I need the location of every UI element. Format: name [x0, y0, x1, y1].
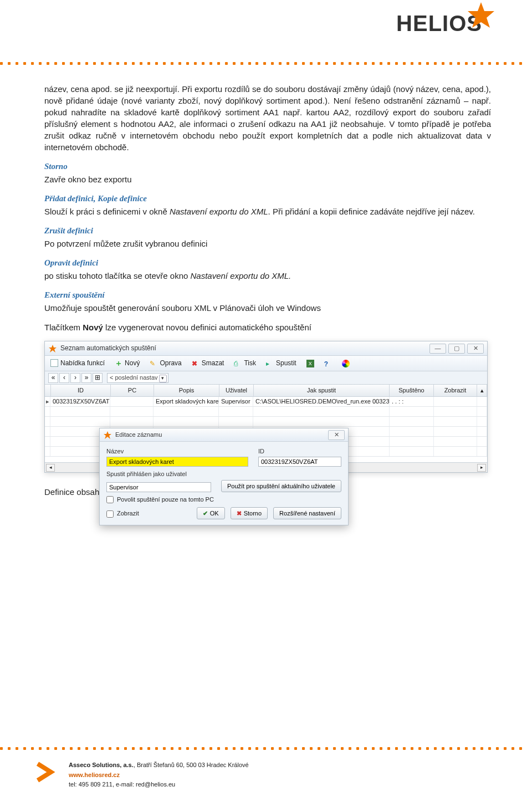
text-zrusit: Po potvrzení můžete zrušit vybranou defi… — [44, 238, 491, 249]
col-jak[interactable]: Jak spustit — [254, 385, 390, 396]
checkbox-povolit-pc[interactable]: Povolit spuštění pouze na tomto PC — [106, 495, 341, 504]
minimize-button[interactable]: — — [429, 344, 446, 354]
svg-marker-0 — [468, 2, 494, 28]
text-pridat: Slouží k práci s definicemi v okně Nasta… — [44, 206, 491, 217]
app-window-seznam: Seznam automatických spuštění — ▢ ✕ Nabí… — [44, 341, 488, 473]
window-titlebar[interactable]: Seznam automatických spuštění — ▢ ✕ — [45, 341, 487, 356]
btn-label: Storno — [244, 510, 262, 517]
main-toolbar: Nabídka funkcí ＋Nový ✎Oprava ✖Smazat ⎙Ti… — [45, 356, 487, 371]
col-spusteno[interactable]: Spuštěno — [390, 385, 434, 396]
text-italic: Nastavení exportu do XML. — [190, 271, 291, 280]
footer-text: Asseco Solutions, a.s., Bratří Štefanů 6… — [69, 760, 249, 790]
rozsirene-button[interactable]: Rozšířené nastavení — [273, 507, 341, 519]
text-opravit: po stisku tohoto tlačítka se otevře okno… — [44, 270, 491, 282]
dialog-controls: ✕ — [328, 430, 345, 440]
arrow-icon — [34, 760, 58, 784]
separator-dots-bottom — [0, 746, 532, 750]
cell-popis: Export skladových karet — [154, 397, 219, 406]
app-icon — [48, 344, 57, 353]
col-selector[interactable] — [45, 385, 51, 396]
col-popis[interactable]: Popis — [154, 385, 219, 396]
cell-uzivatel: Supervisor — [219, 397, 253, 406]
pencil-icon: ✎ — [150, 359, 157, 367]
cell-id: 0032319ZX50VZ6AT — [50, 397, 110, 406]
cell-zobrazit — [434, 397, 477, 406]
checkbox-input[interactable] — [106, 510, 114, 518]
page-footer: Asseco Solutions, a.s., Bratří Štefanů 6… — [0, 746, 532, 802]
ok-button[interactable]: ✔OK — [197, 507, 225, 519]
checkbox-input[interactable] — [106, 496, 114, 503]
dialog-body: Název ID Spustit přihlášen jako uživatel… — [100, 442, 348, 525]
cell-spusteno: . . : : — [390, 397, 434, 406]
col-pc[interactable]: PC — [111, 385, 154, 396]
input-spustit-jako[interactable] — [106, 482, 211, 492]
nav-prev-button[interactable]: ‹ — [59, 373, 69, 383]
footer-content: Asseco Solutions, a.s., Bratří Štefanů 6… — [0, 750, 532, 802]
excel-button[interactable]: X — [304, 359, 316, 369]
palette-button[interactable] — [340, 359, 352, 369]
heading-zrusit: Zrušit definici — [44, 225, 491, 237]
excel-icon: X — [306, 360, 314, 367]
footer-address: , Bratří Štefanů 60, 500 03 Hradec Králo… — [134, 762, 249, 768]
col-uzivatel[interactable]: Uživatel — [219, 385, 254, 396]
row-indicator: ▸ — [45, 397, 50, 406]
nav-first-button[interactable]: « — [48, 373, 58, 383]
chevron-down-icon: ▾ — [159, 375, 167, 382]
filter-combo[interactable]: < poslední nastav ▾ — [107, 373, 168, 383]
app-icon — [103, 431, 112, 440]
text-novy: Tlačítkem Nový lze vygenerovat novou def… — [44, 321, 491, 333]
input-id[interactable] — [258, 457, 341, 467]
table-row[interactable] — [45, 407, 487, 417]
btn-label: Nabídka funkcí — [60, 359, 105, 368]
oprava-button[interactable]: ✎Oprava — [147, 357, 183, 369]
text-span: Slouží k práci s definicemi v okně — [44, 207, 170, 216]
delete-icon: ✖ — [192, 359, 200, 367]
svg-marker-1 — [49, 345, 57, 353]
scroll-right-button[interactable]: ▸ — [477, 464, 486, 472]
plus-icon: ＋ — [115, 359, 122, 367]
heading-storno: Storno — [44, 161, 491, 172]
smazat-button[interactable]: ✖Smazat — [190, 357, 227, 369]
col-zobrazit[interactable]: Zobrazit — [434, 385, 477, 396]
label-id: ID — [258, 447, 341, 456]
checkbox-label: Zobrazit — [117, 509, 139, 518]
text-span: . Při přidání a kopii definice zadáváte … — [268, 207, 475, 216]
maximize-button[interactable]: ▢ — [448, 344, 465, 354]
nabidka-funkci-button[interactable]: Nabídka funkcí — [48, 357, 107, 369]
window-controls: — ▢ ✕ — [429, 344, 484, 354]
storno-button[interactable]: ✖Storno — [231, 507, 268, 519]
menu-icon — [50, 359, 58, 367]
help-button[interactable]: ? — [322, 359, 334, 369]
spustit-button[interactable]: ▸Spustit — [264, 357, 299, 369]
checkbox-label: Povolit spuštění pouze na tomto PC — [117, 495, 214, 504]
pouzit-uzivatele-button[interactable]: Použít pro spuštění aktuálního uživatele — [221, 480, 341, 492]
btn-label: Použít pro spuštění aktuálního uživatele — [227, 483, 335, 489]
footer-link[interactable]: www.heliosred.cz — [69, 772, 120, 778]
dialog-titlebar[interactable]: Editace záznamu ✕ — [100, 428, 348, 442]
dialog-title: Editace záznamu — [115, 431, 328, 439]
dialog-editace-zaznamu: Editace záznamu ✕ Název ID — [99, 428, 349, 525]
text-storno: Zavře okno bez exportu — [44, 173, 491, 185]
nav-aux-button[interactable]: ⊞ — [93, 373, 103, 383]
heading-opravit: Opravit definici — [44, 257, 491, 269]
col-id[interactable]: ID — [51, 385, 111, 396]
dialog-close-button[interactable]: ✕ — [328, 430, 345, 440]
check-icon: ✔ — [203, 510, 208, 517]
tisk-button[interactable]: ⎙Tisk — [232, 357, 258, 369]
table-row[interactable] — [45, 417, 487, 427]
btn-label: Oprava — [160, 359, 181, 368]
btn-label: Spustit — [276, 359, 296, 368]
checkbox-zobrazit[interactable]: Zobrazit — [106, 509, 139, 518]
table-row[interactable]: ▸ 0032319ZX50VZ6AT Export skladových kar… — [45, 397, 487, 407]
scroll-left-button[interactable]: ◂ — [46, 464, 55, 472]
filter-value: < poslední nastav — [110, 374, 158, 382]
heading-pridat: Přidat definici, Kopie definice — [44, 193, 491, 205]
nav-next-button[interactable]: › — [70, 373, 80, 383]
close-button[interactable]: ✕ — [467, 344, 484, 354]
input-nazev[interactable] — [106, 457, 248, 467]
btn-label: Nový — [125, 359, 140, 368]
nav-last-button[interactable]: » — [81, 373, 91, 383]
text-externi: Umožňuje spouštět generování souboru XML… — [44, 302, 491, 314]
play-icon: ▸ — [266, 359, 274, 367]
novy-button[interactable]: ＋Nový — [112, 357, 142, 369]
